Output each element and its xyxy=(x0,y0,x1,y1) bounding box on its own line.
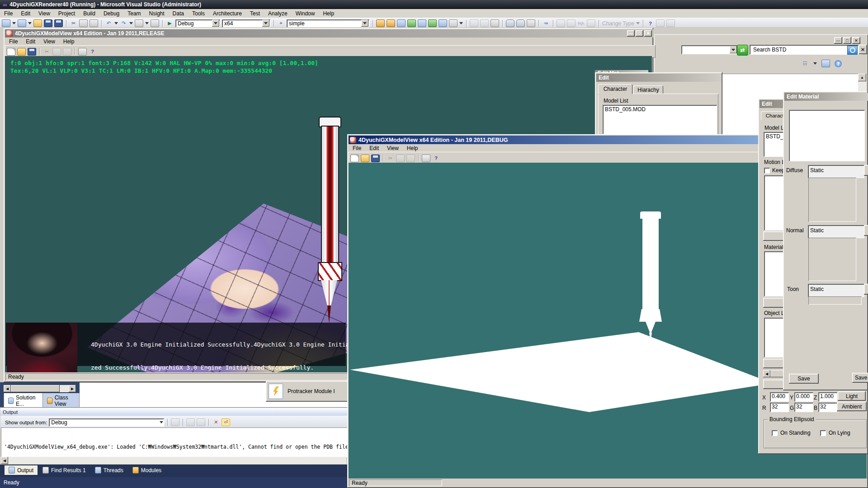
vs-menu-architecture[interactable]: Architecture xyxy=(209,9,246,18)
tab-output[interactable]: Output xyxy=(5,465,38,475)
output-log[interactable]: '4DyuchiGXModelView_x64_debug.exe': Load… xyxy=(1,427,350,458)
material-preview-box[interactable] xyxy=(789,110,865,161)
tab-solution-explorer[interactable]: Solution E... xyxy=(4,393,43,409)
query-designer-icon[interactable] xyxy=(557,19,565,27)
continue-icon[interactable]: ⇒ xyxy=(542,20,550,27)
next-message-icon[interactable] xyxy=(197,418,205,426)
output-source-combo[interactable]: Debug xyxy=(49,418,164,427)
sql-pane-icon[interactable]: SQL xyxy=(577,20,585,27)
release-print-icon[interactable] xyxy=(78,48,87,56)
z-field[interactable]: 1.000 xyxy=(818,392,837,402)
database-diagram-icon[interactable] xyxy=(516,19,525,27)
release-menu-edit[interactable]: Edit xyxy=(22,38,39,46)
goto-message-icon[interactable] xyxy=(171,418,179,426)
find-binoculars-icon[interactable]: ⌖ xyxy=(277,20,285,27)
views-list-icon[interactable]: ☷ xyxy=(801,60,809,67)
search-button[interactable] xyxy=(847,46,858,55)
solution-hscrollbar[interactable]: ◀ ▶ xyxy=(4,385,76,392)
save-as-button[interactable]: Save & xyxy=(852,373,868,383)
change-type-button[interactable]: Change Type xyxy=(602,20,640,27)
debug-new-icon[interactable] xyxy=(350,155,359,162)
debug-paste-icon[interactable] xyxy=(406,155,415,162)
tab-find-results[interactable]: Find Results 1 xyxy=(38,465,90,475)
vs-menu-window[interactable]: Window xyxy=(292,9,319,18)
normal-browse-button[interactable]: Br xyxy=(864,225,868,236)
debug-open-icon[interactable] xyxy=(361,155,369,162)
refresh-go-button[interactable]: ⇄ xyxy=(737,45,748,56)
output-titlebar[interactable]: Output xyxy=(0,408,349,416)
navigate-forward-icon[interactable] xyxy=(151,19,159,27)
solution-explorer-icon[interactable] xyxy=(376,19,385,27)
vs-menu-test[interactable]: Test xyxy=(246,9,264,18)
vs-menu-team[interactable]: Team xyxy=(123,9,145,18)
save-icon[interactable] xyxy=(44,19,52,27)
g-field[interactable]: 32 xyxy=(794,403,813,412)
clear-all-icon[interactable]: ✕ xyxy=(212,419,220,426)
open-file-icon[interactable] xyxy=(33,19,42,27)
toon-browse-button[interactable]: Br xyxy=(864,284,868,295)
output-hscrollbar[interactable]: ◀ xyxy=(1,457,346,464)
debug-copy-icon[interactable] xyxy=(396,155,405,162)
start-debug-icon[interactable]: ▶ xyxy=(166,20,174,27)
properties-icon[interactable] xyxy=(656,19,665,27)
on-lying-checkbox[interactable] xyxy=(820,430,826,436)
undo-dropdown-icon[interactable] xyxy=(114,22,118,24)
new-item-icon[interactable] xyxy=(2,19,10,27)
undo-icon[interactable]: ↶ xyxy=(105,20,113,27)
release-open-icon[interactable] xyxy=(17,48,26,56)
debug-menu-file[interactable]: File xyxy=(349,144,365,152)
release-new-icon[interactable] xyxy=(7,48,15,56)
window-layout-icon[interactable] xyxy=(449,19,458,27)
model-listbox[interactable]: BSTD_005.MOD xyxy=(603,105,717,134)
x-field[interactable]: 0.400 xyxy=(770,392,789,402)
vs-menu-debug[interactable]: Debug xyxy=(99,9,123,18)
copy-icon[interactable] xyxy=(79,19,88,27)
release-menu-file[interactable]: File xyxy=(5,38,22,46)
error-list-icon[interactable] xyxy=(397,19,406,27)
vs-menu-edit[interactable]: Edit xyxy=(17,9,34,18)
model-list-item[interactable]: BSTD_005.MOD xyxy=(605,106,717,113)
navigate-back-dropdown-icon[interactable] xyxy=(145,22,149,24)
on-standing-checkbox[interactable] xyxy=(772,430,778,436)
release-paste-icon[interactable] xyxy=(63,48,71,56)
release-help-icon[interactable]: ? xyxy=(89,48,96,55)
release-copy-icon[interactable] xyxy=(52,48,61,56)
schema-compare-icon[interactable] xyxy=(527,19,535,27)
search-close-button[interactable]: ✕ xyxy=(859,45,867,54)
protracker-module-box[interactable]: Protracker Module I xyxy=(266,381,351,402)
debug-help-icon[interactable]: ? xyxy=(432,155,440,162)
vs-menu-view[interactable]: View xyxy=(34,9,54,18)
light-button[interactable]: Light xyxy=(838,391,866,401)
step-into-icon[interactable] xyxy=(480,19,489,27)
navigate-back-icon[interactable] xyxy=(135,19,143,27)
vs-menu-project[interactable]: Project xyxy=(54,9,79,18)
show-results-pane-icon[interactable] xyxy=(567,19,576,27)
search-input[interactable]: Search BSTD xyxy=(750,45,862,55)
release-menu-view[interactable]: View xyxy=(39,38,59,46)
save-all-icon[interactable] xyxy=(54,19,63,27)
vs-menu-tools[interactable]: Tools xyxy=(188,9,209,18)
release-maximize-button[interactable]: □ xyxy=(636,30,643,37)
extension-manager-icon[interactable] xyxy=(439,19,447,27)
explorer-close-button[interactable]: ✕ xyxy=(852,37,860,44)
release-titlebar[interactable]: 4DyuchiGXModelView x64 Edition - Jan 19 … xyxy=(5,29,653,38)
normal-texture-box[interactable] xyxy=(808,238,856,281)
tab-threads[interactable]: Threads xyxy=(91,465,127,475)
diffuse-texture-box[interactable] xyxy=(808,178,856,222)
vs-menu-nsight[interactable]: Nsight xyxy=(145,9,169,18)
views-dropdown-icon[interactable] xyxy=(813,62,817,65)
object-browser-icon[interactable] xyxy=(407,19,416,27)
start-page-icon[interactable] xyxy=(428,19,437,27)
criteria-pane-icon[interactable] xyxy=(587,19,595,27)
explorer-help-icon[interactable]: ? xyxy=(835,60,842,67)
release-save-icon[interactable] xyxy=(28,48,36,56)
paste-icon[interactable] xyxy=(90,19,98,27)
vs-menu-analyze[interactable]: Analyze xyxy=(264,9,292,18)
help-icon[interactable]: ? xyxy=(646,20,654,27)
debug-save-icon[interactable] xyxy=(371,155,380,162)
add-item-icon[interactable] xyxy=(18,19,26,27)
window-layout-dropdown-icon[interactable] xyxy=(459,22,463,24)
solution-config-combo[interactable]: Debug xyxy=(175,19,220,28)
ambient-button[interactable]: Ambient xyxy=(837,402,867,411)
y-field[interactable]: 0.000 xyxy=(794,392,813,402)
